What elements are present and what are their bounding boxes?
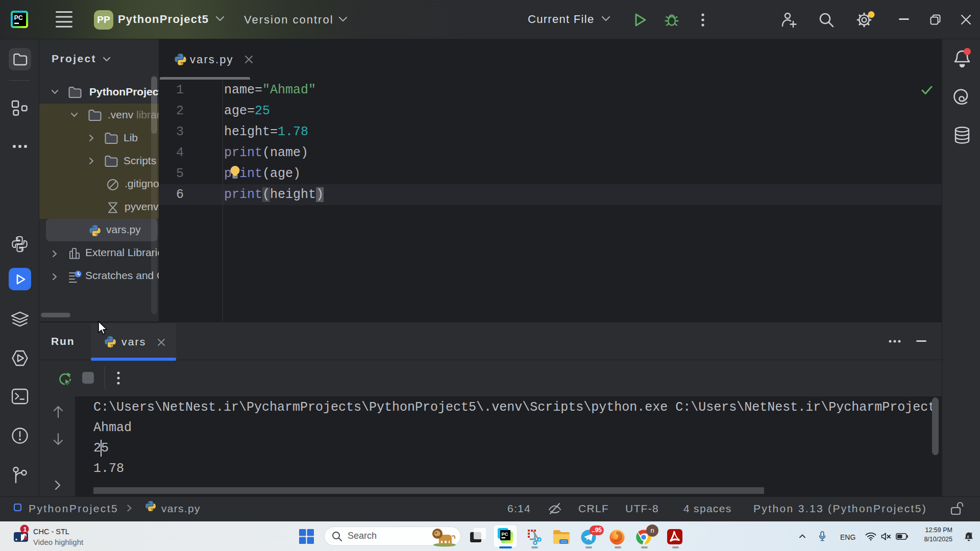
svg-text:z: z [970, 532, 972, 536]
svg-text:PC: PC [502, 531, 508, 537]
svg-text:1: 1 [23, 526, 27, 533]
svg-text:z: z [967, 534, 969, 539]
svg-text:PC: PC [14, 14, 23, 21]
